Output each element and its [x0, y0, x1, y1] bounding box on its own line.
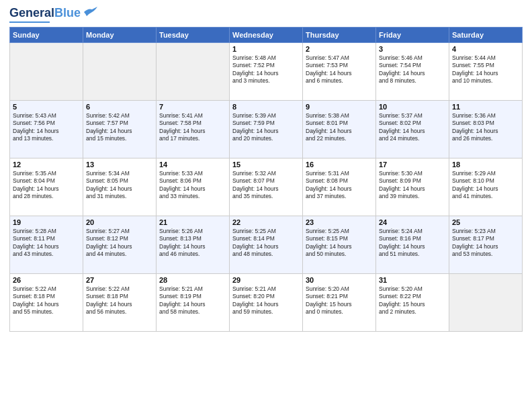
week-row-2: 5Sunrise: 5:43 AM Sunset: 7:56 PM Daylig… — [10, 100, 523, 158]
day-info: Sunrise: 5:48 AM Sunset: 7:52 PM Dayligh… — [232, 54, 300, 85]
calendar-cell: 10Sunrise: 5:37 AM Sunset: 8:02 PM Dayli… — [376, 100, 449, 158]
day-number: 14 — [159, 161, 226, 169]
day-info: Sunrise: 5:47 AM Sunset: 7:53 PM Dayligh… — [306, 54, 373, 85]
day-info: Sunrise: 5:21 AM Sunset: 8:19 PM Dayligh… — [159, 285, 226, 316]
week-row-5: 26Sunrise: 5:22 AM Sunset: 8:18 PM Dayli… — [10, 273, 523, 331]
day-info: Sunrise: 5:22 AM Sunset: 8:18 PM Dayligh… — [13, 285, 80, 316]
day-number: 13 — [86, 161, 153, 169]
day-number: 16 — [306, 161, 373, 169]
day-info: Sunrise: 5:38 AM Sunset: 8:01 PM Dayligh… — [306, 112, 373, 143]
weekday-header-wednesday: Wednesday — [230, 27, 303, 42]
day-number: 29 — [232, 276, 300, 284]
weekday-header-row: SundayMondayTuesdayWednesdayThursdayFrid… — [10, 27, 523, 42]
calendar-cell: 18Sunrise: 5:29 AM Sunset: 8:10 PM Dayli… — [449, 158, 523, 216]
day-info: Sunrise: 5:28 AM Sunset: 8:11 PM Dayligh… — [13, 228, 80, 259]
logo-text: GeneralBlue — [9, 7, 81, 20]
day-info: Sunrise: 5:30 AM Sunset: 8:09 PM Dayligh… — [379, 170, 446, 201]
weekday-header-friday: Friday — [376, 27, 449, 42]
weekday-header-thursday: Thursday — [303, 27, 376, 42]
day-number: 11 — [452, 103, 519, 111]
calendar-cell: 21Sunrise: 5:26 AM Sunset: 8:13 PM Dayli… — [157, 216, 230, 273]
calendar-container: GeneralBlue SundayMondayTuesdayWednesday… — [0, 0, 532, 411]
day-info: Sunrise: 5:42 AM Sunset: 7:57 PM Dayligh… — [86, 112, 153, 143]
calendar-cell: 30Sunrise: 5:20 AM Sunset: 8:21 PM Dayli… — [303, 273, 376, 331]
calendar-cell — [157, 42, 230, 100]
day-info: Sunrise: 5:43 AM Sunset: 7:56 PM Dayligh… — [13, 112, 80, 143]
calendar-cell: 14Sunrise: 5:33 AM Sunset: 8:06 PM Dayli… — [157, 158, 230, 216]
calendar-cell: 5Sunrise: 5:43 AM Sunset: 7:56 PM Daylig… — [10, 100, 83, 158]
weekday-header-tuesday: Tuesday — [157, 27, 230, 42]
calendar-cell — [10, 42, 83, 100]
day-info: Sunrise: 5:32 AM Sunset: 8:07 PM Dayligh… — [232, 170, 300, 201]
calendar-cell: 25Sunrise: 5:23 AM Sunset: 8:17 PM Dayli… — [449, 216, 523, 273]
day-info: Sunrise: 5:25 AM Sunset: 8:14 PM Dayligh… — [232, 228, 300, 259]
day-number: 22 — [232, 218, 300, 226]
day-info: Sunrise: 5:24 AM Sunset: 8:16 PM Dayligh… — [379, 228, 446, 259]
calendar-cell: 2Sunrise: 5:47 AM Sunset: 7:53 PM Daylig… — [303, 42, 376, 100]
calendar-cell — [449, 273, 523, 331]
day-info: Sunrise: 5:37 AM Sunset: 8:02 PM Dayligh… — [379, 112, 446, 143]
calendar-cell: 22Sunrise: 5:25 AM Sunset: 8:14 PM Dayli… — [230, 216, 303, 273]
day-number: 24 — [379, 218, 446, 226]
day-number: 31 — [379, 276, 446, 284]
day-info: Sunrise: 5:34 AM Sunset: 8:05 PM Dayligh… — [86, 170, 153, 201]
weekday-header-sunday: Sunday — [10, 27, 83, 42]
day-info: Sunrise: 5:21 AM Sunset: 8:20 PM Dayligh… — [232, 285, 300, 316]
calendar-cell: 26Sunrise: 5:22 AM Sunset: 8:18 PM Dayli… — [10, 273, 83, 331]
day-number: 21 — [159, 218, 226, 226]
calendar-cell: 17Sunrise: 5:30 AM Sunset: 8:09 PM Dayli… — [376, 158, 449, 216]
day-info: Sunrise: 5:41 AM Sunset: 7:58 PM Dayligh… — [159, 112, 226, 143]
logo-underline — [9, 21, 50, 23]
day-info: Sunrise: 5:26 AM Sunset: 8:13 PM Dayligh… — [159, 228, 226, 259]
calendar-cell: 16Sunrise: 5:31 AM Sunset: 8:08 PM Dayli… — [303, 158, 376, 216]
calendar-table: SundayMondayTuesdayWednesdayThursdayFrid… — [9, 27, 523, 332]
calendar-cell: 11Sunrise: 5:36 AM Sunset: 8:03 PM Dayli… — [449, 100, 523, 158]
day-info: Sunrise: 5:20 AM Sunset: 8:22 PM Dayligh… — [379, 285, 446, 316]
day-number: 17 — [379, 161, 446, 169]
day-number: 5 — [13, 103, 80, 111]
day-info: Sunrise: 5:29 AM Sunset: 8:10 PM Dayligh… — [452, 170, 519, 201]
day-number: 23 — [306, 218, 373, 226]
day-info: Sunrise: 5:25 AM Sunset: 8:15 PM Dayligh… — [306, 228, 373, 259]
day-number: 8 — [232, 103, 300, 111]
day-number: 12 — [13, 161, 80, 169]
header: GeneralBlue — [9, 7, 523, 23]
day-number: 4 — [452, 45, 519, 53]
calendar-cell: 29Sunrise: 5:21 AM Sunset: 8:20 PM Dayli… — [230, 273, 303, 331]
calendar-cell: 3Sunrise: 5:46 AM Sunset: 7:54 PM Daylig… — [376, 42, 449, 100]
day-number: 3 — [379, 45, 446, 53]
day-info: Sunrise: 5:23 AM Sunset: 8:17 PM Dayligh… — [452, 228, 519, 259]
day-number: 27 — [86, 276, 153, 284]
calendar-cell: 6Sunrise: 5:42 AM Sunset: 7:57 PM Daylig… — [83, 100, 157, 158]
day-number: 2 — [306, 45, 373, 53]
calendar-cell: 23Sunrise: 5:25 AM Sunset: 8:15 PM Dayli… — [303, 216, 376, 273]
day-number: 19 — [13, 218, 80, 226]
day-number: 6 — [86, 103, 153, 111]
calendar-cell: 27Sunrise: 5:22 AM Sunset: 8:18 PM Dayli… — [83, 273, 157, 331]
week-row-1: 1Sunrise: 5:48 AM Sunset: 7:52 PM Daylig… — [10, 42, 523, 100]
day-number: 1 — [232, 45, 300, 53]
day-number: 20 — [86, 218, 153, 226]
day-number: 18 — [452, 161, 519, 169]
day-number: 28 — [159, 276, 226, 284]
calendar-cell — [83, 42, 157, 100]
calendar-cell: 13Sunrise: 5:34 AM Sunset: 8:05 PM Dayli… — [83, 158, 157, 216]
day-number: 30 — [306, 276, 373, 284]
week-row-4: 19Sunrise: 5:28 AM Sunset: 8:11 PM Dayli… — [10, 216, 523, 273]
calendar-cell: 20Sunrise: 5:27 AM Sunset: 8:12 PM Dayli… — [83, 216, 157, 273]
day-info: Sunrise: 5:36 AM Sunset: 8:03 PM Dayligh… — [452, 112, 519, 143]
day-info: Sunrise: 5:27 AM Sunset: 8:12 PM Dayligh… — [86, 228, 153, 259]
calendar-cell: 31Sunrise: 5:20 AM Sunset: 8:22 PM Dayli… — [376, 273, 449, 331]
calendar-cell: 24Sunrise: 5:24 AM Sunset: 8:16 PM Dayli… — [376, 216, 449, 273]
calendar-cell: 28Sunrise: 5:21 AM Sunset: 8:19 PM Dayli… — [157, 273, 230, 331]
calendar-cell: 15Sunrise: 5:32 AM Sunset: 8:07 PM Dayli… — [230, 158, 303, 216]
day-info: Sunrise: 5:33 AM Sunset: 8:06 PM Dayligh… — [159, 170, 226, 201]
day-info: Sunrise: 5:39 AM Sunset: 7:59 PM Dayligh… — [232, 112, 300, 143]
calendar-cell: 7Sunrise: 5:41 AM Sunset: 7:58 PM Daylig… — [157, 100, 230, 158]
logo: GeneralBlue — [9, 7, 97, 23]
day-info: Sunrise: 5:46 AM Sunset: 7:54 PM Dayligh… — [379, 54, 446, 85]
day-number: 9 — [306, 103, 373, 111]
calendar-cell: 1Sunrise: 5:48 AM Sunset: 7:52 PM Daylig… — [230, 42, 303, 100]
calendar-cell: 8Sunrise: 5:39 AM Sunset: 7:59 PM Daylig… — [230, 100, 303, 158]
day-number: 26 — [13, 276, 80, 284]
